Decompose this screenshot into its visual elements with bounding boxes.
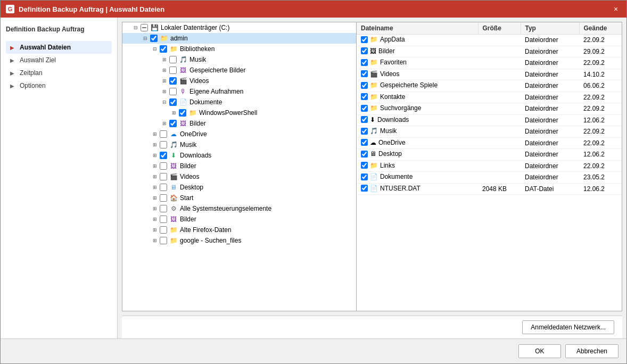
cancel-button[interactable]: Abbrechen xyxy=(565,344,618,358)
sidebar-item-zeitplan[interactable]: ▶ Zeitplan xyxy=(6,67,112,79)
checkbox-musik1[interactable] xyxy=(169,56,177,63)
table-row[interactable]: ☁ OneDrive Dateiordner 22.09.2 xyxy=(357,137,622,149)
expander-icon[interactable]: ⊞ xyxy=(151,226,159,234)
tree-item-start[interactable]: ⊞ 🏠 Start xyxy=(122,193,356,203)
expander-icon[interactable]: ⊞ xyxy=(151,162,159,170)
tree-item-eigene-aufnahmen[interactable]: ⊞ 🎙 Eigene Aufnahmen xyxy=(122,86,356,97)
tree-item-downloads[interactable]: ⊞ ⬇ Downloads xyxy=(122,150,356,161)
checkbox-bibliotheken[interactable] xyxy=(160,45,167,53)
col-changed[interactable]: Geände xyxy=(579,22,622,35)
sidebar-item-auswahl-dateien[interactable]: ▶ Auswahl Dateien xyxy=(6,41,112,54)
tree-item-lokaler[interactable]: ⊟ 💾 Lokaler Datenträger (C:) xyxy=(122,22,356,33)
col-type[interactable]: Typ xyxy=(521,22,579,35)
checkbox-admin[interactable] xyxy=(150,35,158,42)
expander-icon[interactable]: ⊞ xyxy=(151,205,159,212)
table-row[interactable]: 🎬 Videos Dateiordner 14.10.2 xyxy=(357,69,622,80)
network-credentials-button[interactable]: Anmeldedaten Netzwerk... xyxy=(522,320,614,334)
checkbox-lokaler[interactable] xyxy=(141,24,148,31)
expander-icon[interactable]: ⊟ xyxy=(161,98,168,106)
col-name[interactable]: Dateiname xyxy=(357,22,478,35)
tree-item-dokumente[interactable]: ⊟ 📄 Dokumente xyxy=(122,97,356,107)
checkbox-eigene-aufnahmen[interactable] xyxy=(169,88,177,95)
file-checkbox-gespeicherte-spiele[interactable] xyxy=(361,82,368,89)
checkbox-videos2[interactable] xyxy=(160,173,167,180)
file-checkbox-ntuser[interactable] xyxy=(361,185,368,192)
checkbox-bilder1[interactable] xyxy=(169,120,177,127)
expander-icon[interactable]: ⊞ xyxy=(151,184,159,191)
tree-item-admin[interactable]: ⊟ 📁 admin xyxy=(122,33,356,44)
checkbox-musik2[interactable] xyxy=(160,141,167,148)
table-row[interactable]: 📁 Gespeicherte Spiele Dateiordner 06.06.… xyxy=(357,80,622,92)
expander-icon[interactable]: ⊟ xyxy=(132,24,139,31)
file-checkbox-musik[interactable] xyxy=(361,128,368,135)
tree-item-bilder3[interactable]: ⊞ 🖼 Bilder xyxy=(122,214,356,225)
file-checkbox-bilder[interactable] xyxy=(361,47,368,54)
checkbox-windowspowershell[interactable] xyxy=(179,109,186,117)
file-checkbox-videos[interactable] xyxy=(361,70,368,77)
expander-icon[interactable]: ⊞ xyxy=(151,216,159,223)
close-button[interactable]: × xyxy=(610,4,621,14)
file-checkbox-onedrive[interactable] xyxy=(361,139,368,146)
expander-icon[interactable]: ⊞ xyxy=(161,77,168,85)
table-row[interactable]: 🎵 Musik Dateiordner 22.09.2 xyxy=(357,126,622,138)
checkbox-alle-systemsteuerung[interactable] xyxy=(160,205,167,212)
expander-icon[interactable]: ⊞ xyxy=(151,194,159,202)
tree-item-musik2[interactable]: ⊞ 🎵 Musik xyxy=(122,139,356,150)
file-checkbox-kontakte[interactable] xyxy=(361,93,368,100)
expander-icon[interactable]: ⊞ xyxy=(170,109,178,117)
file-checkbox-appdata[interactable] xyxy=(361,36,368,43)
table-row[interactable]: 🖼 Bilder Dateiordner 29.09.2 xyxy=(357,46,622,57)
tree-item-videos1[interactable]: ⊞ 🎬 Videos xyxy=(122,76,356,86)
expander-icon[interactable]: ⊟ xyxy=(151,45,159,53)
tree-item-alle-systemsteuerung[interactable]: ⊞ ⚙ Alle Systemsteuerungselemente xyxy=(122,203,356,214)
tree-item-bilder2[interactable]: ⊞ 🖼 Bilder xyxy=(122,161,356,171)
table-row[interactable]: 📄 Dokumente Dateiordner 23.05.2 xyxy=(357,172,622,184)
checkbox-onedrive[interactable] xyxy=(160,130,167,138)
checkbox-google-suchen[interactable] xyxy=(160,237,167,244)
file-checkbox-dokumente[interactable] xyxy=(361,173,368,180)
table-row[interactable]: 🖥 Desktop Dateiordner 12.06.2 xyxy=(357,149,622,161)
expander-icon[interactable]: ⊞ xyxy=(151,237,159,244)
table-row[interactable]: 📁 Links Dateiordner 22.09.2 xyxy=(357,160,622,172)
expander-icon[interactable]: ⊞ xyxy=(151,173,159,180)
table-row[interactable]: ⬇ Downloads Dateiordner 12.06.2 xyxy=(357,114,622,126)
expander-icon[interactable]: ⊟ xyxy=(142,35,149,42)
checkbox-downloads[interactable] xyxy=(160,152,167,159)
checkbox-videos1[interactable] xyxy=(169,77,177,85)
expander-icon[interactable]: ⊞ xyxy=(161,67,168,74)
ok-button[interactable]: OK xyxy=(518,344,561,358)
tree-item-videos2[interactable]: ⊞ 🎬 Videos xyxy=(122,171,356,182)
expander-icon[interactable]: ⊞ xyxy=(151,152,159,159)
file-checkbox-links[interactable] xyxy=(361,162,368,169)
tree-item-onedrive[interactable]: ⊞ ☁ OneDrive xyxy=(122,129,356,139)
tree-item-gespeicherte-bilder[interactable]: ⊞ 🖼 Gespeicherte Bilder xyxy=(122,65,356,76)
tree-item-musik1[interactable]: ⊞ 🎵 Musik xyxy=(122,54,356,65)
table-row[interactable]: 📁 Kontakte Dateiordner 22.09.2 xyxy=(357,92,622,103)
table-row[interactable]: 📁 Favoriten Dateiordner 22.09.2 xyxy=(357,57,622,69)
tree-item-desktop[interactable]: ⊞ 🖥 Desktop xyxy=(122,182,356,193)
checkbox-bilder3[interactable] xyxy=(160,216,167,223)
file-checkbox-desktop[interactable] xyxy=(361,151,368,158)
table-row[interactable]: 📁 AppData Dateiordner 22.09.2 xyxy=(357,35,622,46)
expander-icon[interactable]: ⊞ xyxy=(161,88,168,95)
tree-pane[interactable]: ⊟ 💾 Lokaler Datenträger (C:) ⊟ 📁 admin xyxy=(122,22,357,311)
expander-icon[interactable]: ⊞ xyxy=(151,130,159,138)
checkbox-desktop[interactable] xyxy=(160,184,167,191)
checkbox-start[interactable] xyxy=(160,194,167,202)
file-checkbox-suchvorgaenge[interactable] xyxy=(361,105,368,112)
tree-item-alte-firefox[interactable]: ⊞ 📁 Alte Firefox-Daten xyxy=(122,225,356,235)
col-size[interactable]: Größe xyxy=(478,22,521,35)
tree-item-bibliotheken[interactable]: ⊟ 📁 Bibliotheken xyxy=(122,44,356,54)
tree-item-google-suchen[interactable]: ⊞ 📁 google - Suchen_files xyxy=(122,235,356,246)
checkbox-alte-firefox[interactable] xyxy=(160,226,167,234)
sidebar-item-auswahl-ziel[interactable]: ▶ Auswahl Ziel xyxy=(6,54,112,67)
tree-item-windowspowershell[interactable]: ⊞ 📁 WindowsPowerShell xyxy=(122,107,356,118)
sidebar-item-optionen[interactable]: ▶ Optionen xyxy=(6,79,112,92)
expander-icon[interactable]: ⊞ xyxy=(161,56,168,63)
checkbox-bilder2[interactable] xyxy=(160,162,167,170)
expander-icon[interactable]: ⊞ xyxy=(151,141,159,148)
table-row[interactable]: 📄 NTUSER.DAT 2048 KB DAT-Datei 12.06.2 xyxy=(357,183,622,195)
table-row[interactable]: 📁 Suchvorgänge Dateiordner 22.09.2 xyxy=(357,103,622,115)
checkbox-gespeicherte-bilder[interactable] xyxy=(169,67,177,74)
tree-item-bilder1[interactable]: ⊞ 🖼 Bilder xyxy=(122,118,356,129)
